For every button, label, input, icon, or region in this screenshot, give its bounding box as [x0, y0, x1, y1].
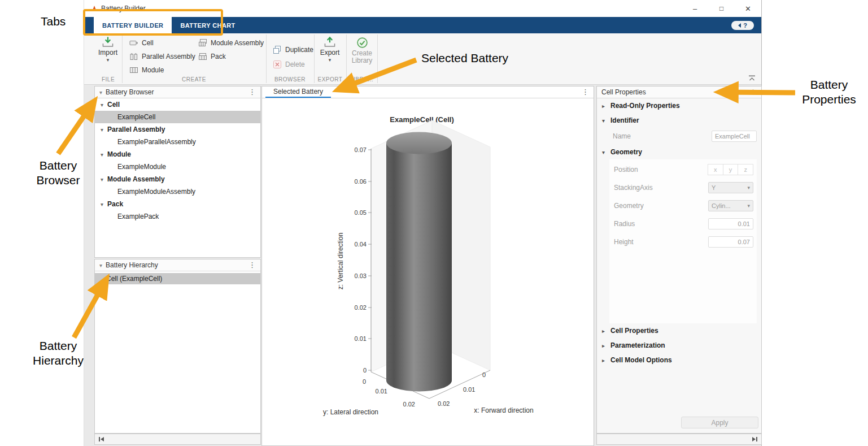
create-library-button[interactable]: Create Library: [347, 37, 377, 64]
tree-item-label: ExampleParallelAssembly: [117, 138, 196, 146]
z-tick: 0.02: [355, 304, 367, 311]
section-label: Cell Properties: [610, 327, 658, 335]
tree-group-module-assembly[interactable]: ▾ Module Assembly: [95, 173, 260, 185]
tree-item-examplecell[interactable]: ExampleCell: [95, 111, 260, 123]
battery-hierarchy-header[interactable]: ▾ Battery Hierarchy ⋮: [95, 259, 260, 271]
position-z-input[interactable]: z: [738, 164, 753, 175]
section-cell-model-options[interactable]: ▸ Cell Model Options: [597, 353, 761, 367]
horizontal-scrollbar-left[interactable]: [94, 434, 261, 445]
chevron-down-icon[interactable]: ▾: [101, 201, 103, 207]
tree-group-parallel-assembly[interactable]: ▾ Parallel Assembly: [95, 123, 260, 136]
kebab-menu-icon[interactable]: ⋮: [248, 261, 256, 269]
tree-group-pack[interactable]: ▾ Pack: [95, 198, 260, 210]
battery-builder-window: Battery Builder – □ ✕ BATTERY BUILDER BA…: [84, 0, 762, 446]
chevron-down-icon[interactable]: ▾: [329, 57, 332, 63]
duplicate-label: Duplicate: [285, 46, 313, 54]
tree-item-examplepack[interactable]: ExamplePack: [95, 210, 260, 223]
create-parallel-assembly-button[interactable]: Parallel Assembly: [129, 51, 195, 62]
kebab-menu-icon[interactable]: ⋮: [749, 88, 757, 96]
chevron-down-icon[interactable]: ▾: [99, 262, 102, 269]
radius-input[interactable]: 0.01: [708, 218, 753, 230]
tree-item-examplemodule[interactable]: ExampleModule: [95, 161, 260, 173]
chevron-down-icon[interactable]: ▾: [99, 89, 102, 96]
stacking-axis-value: Y: [712, 184, 716, 191]
chevron-down-icon[interactable]: ▾: [101, 176, 103, 183]
x-axis-label: x: Forward direction: [474, 406, 533, 414]
tree-group-cell[interactable]: ▾ Cell: [95, 98, 260, 111]
tree-group-module[interactable]: ▾ Module: [95, 148, 260, 161]
position-x-input[interactable]: x: [708, 164, 723, 175]
kebab-menu-icon[interactable]: ⋮: [582, 88, 589, 96]
create-module-assembly-button[interactable]: Module Assembly: [198, 38, 264, 48]
close-button[interactable]: ✕: [735, 0, 761, 17]
delete-button[interactable]: Delete: [273, 59, 305, 70]
section-label-file: FILE: [94, 76, 122, 83]
tab-battery-builder[interactable]: BATTERY BUILDER: [94, 17, 172, 33]
section-identifier[interactable]: ▾ Identifier: [597, 113, 761, 128]
battery-browser-panel: ▾ Battery Browser ⋮ ▾ Cell ExampleCell ▾…: [94, 86, 261, 258]
height-input[interactable]: 0.07: [708, 236, 753, 248]
radius-row: Radius 0.01: [609, 215, 757, 233]
chevron-down-icon[interactable]: ▾: [101, 151, 103, 158]
radius-label: Radius: [614, 220, 635, 228]
chevron-right-icon: ▸: [602, 357, 607, 363]
panel-title: Battery Hierarchy: [106, 261, 158, 269]
section-parameterization[interactable]: ▸ Parameterization: [597, 338, 761, 353]
cell-properties-panel: Cell Properties ⋮ ▸ Read-Only Properties…: [596, 86, 762, 434]
position-y-input[interactable]: y: [723, 164, 739, 175]
tree-item-examplemoduleassembly[interactable]: ExampleModuleAssembly: [95, 185, 260, 198]
annotation-battery-browser: Battery Browser: [27, 158, 89, 188]
chevron-down-icon[interactable]: ▾: [101, 102, 103, 108]
create-cell-button[interactable]: Cell: [129, 38, 154, 48]
create-module-button[interactable]: Module: [129, 65, 164, 75]
battery-browser-header[interactable]: ▾ Battery Browser ⋮: [95, 86, 260, 98]
export-button[interactable]: Export ▾: [316, 36, 343, 63]
apply-button[interactable]: Apply: [681, 417, 758, 428]
collapse-ribbon-icon[interactable]: [748, 75, 756, 81]
section-divider: [377, 34, 378, 83]
create-pack-button[interactable]: Pack: [198, 51, 226, 62]
import-label: Import: [98, 49, 117, 57]
matlab-logo-icon: [89, 5, 97, 12]
section-label-create: CREATE: [122, 76, 266, 83]
section-cell-properties[interactable]: ▸ Cell Properties: [597, 323, 761, 338]
duplicate-button[interactable]: Duplicate: [273, 45, 313, 55]
section-geometry[interactable]: ▾ Geometry: [597, 145, 761, 159]
chevron-down-icon[interactable]: ▾: [101, 127, 103, 133]
chevron-down-icon: ▾: [602, 118, 607, 124]
minimize-button[interactable]: –: [682, 0, 708, 17]
geometry-dropdown[interactable]: Cylin... ▾: [708, 200, 753, 211]
tree-group-label: Module Assembly: [107, 175, 165, 183]
maximize-button[interactable]: □: [708, 0, 735, 17]
section-read-only-properties[interactable]: ▸ Read-Only Properties: [597, 98, 761, 113]
battery-3d-plot[interactable]: ExampleCell (Cell): [262, 98, 594, 445]
create-parallel-assembly-label: Parallel Assembly: [142, 53, 195, 60]
cell-properties-content: ▸ Read-Only Properties ▾ Identifier Name…: [597, 98, 761, 433]
battery-hierarchy-panel: ▾ Battery Hierarchy ⋮ Cell (ExampleCell): [94, 259, 261, 434]
skip-to-end-icon[interactable]: [752, 436, 758, 442]
section-label-browser: BROWSER: [266, 76, 314, 83]
section-label-export: EXPORT: [314, 76, 346, 83]
import-button[interactable]: Import ▾: [95, 36, 120, 63]
name-input[interactable]: ExampleCell: [712, 131, 757, 142]
kebab-menu-icon[interactable]: ⋮: [248, 88, 256, 96]
tab-battery-chart[interactable]: BATTERY CHART: [172, 17, 243, 33]
stacking-axis-row: StackingAxis Y ▾: [609, 179, 757, 197]
z-tick: 0.01: [355, 335, 367, 342]
horizontal-scrollbar-right[interactable]: [596, 434, 762, 445]
z-tick: 0.07: [355, 146, 367, 153]
chevron-right-icon: ▸: [602, 103, 607, 109]
chevron-down-icon: ▾: [602, 149, 607, 155]
stacking-axis-dropdown[interactable]: Y ▾: [708, 182, 753, 193]
tree-item-label: ExampleModule: [117, 163, 166, 171]
chevron-down-icon[interactable]: ▾: [107, 57, 110, 63]
y-tick: 0.01: [376, 388, 387, 395]
help-button[interactable]: ?: [731, 21, 754, 30]
module-assembly-icon: [198, 38, 207, 47]
tab-selected-battery[interactable]: Selected Battery: [265, 86, 331, 98]
tree-item-exampleparallelassembly[interactable]: ExampleParallelAssembly: [95, 136, 260, 148]
x-tick: 0.01: [463, 386, 475, 393]
hierarchy-item-cell-examplecell[interactable]: Cell (ExampleCell): [95, 273, 260, 284]
skip-to-start-icon[interactable]: [98, 436, 104, 442]
position-label: Position: [614, 166, 638, 174]
